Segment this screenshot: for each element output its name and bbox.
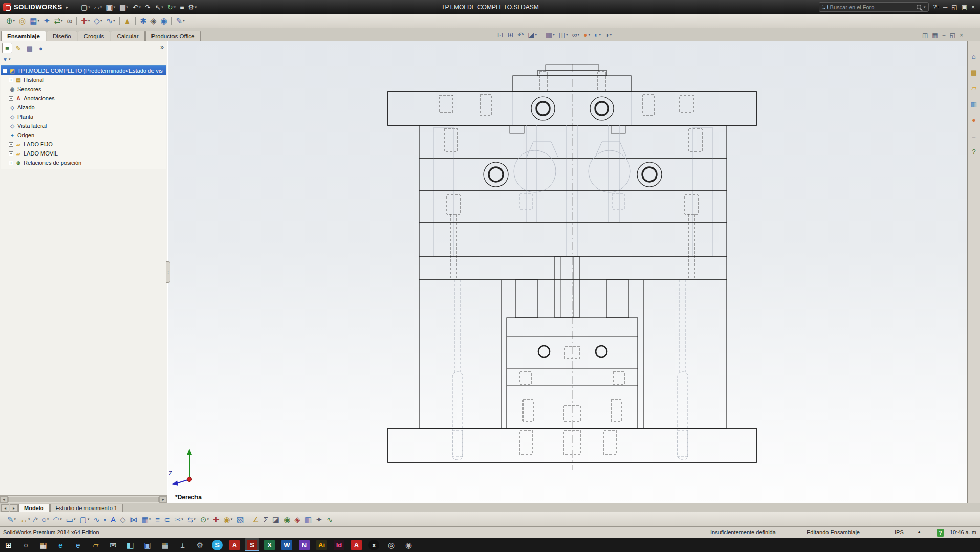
tab-diseno[interactable]: Diseño: [47, 31, 77, 41]
graphics-viewport[interactable]: Z *Derecha: [168, 41, 967, 503]
start-button[interactable]: ⊞: [1, 538, 16, 551]
filter-caret-icon[interactable]: ▾: [9, 57, 11, 61]
illustrator-icon[interactable]: Ai: [314, 538, 329, 551]
reference-geometry-icon[interactable]: ◇ ▾: [92, 15, 104, 27]
file-explorer-icon[interactable]: ▱: [88, 538, 103, 551]
large-design-review-icon[interactable]: ◉: [159, 15, 169, 27]
point-icon[interactable]: •: [102, 514, 108, 525]
edit-appearance-icon[interactable]: ● ▾: [581, 29, 592, 40]
panel-splitter-handle[interactable]: ⁞: [166, 261, 170, 283]
panel-flyout-icon[interactable]: »: [160, 43, 164, 51]
maximize-icon[interactable]: ▣: [960, 2, 969, 13]
units-selector[interactable]: IPS: [895, 529, 904, 535]
tab-ensamblaje[interactable]: Ensamblaje: [1, 31, 46, 41]
tree-item-alzado[interactable]: ◇ Alzado: [1, 103, 166, 112]
curvature-icon[interactable]: ∿: [324, 514, 335, 525]
tree-item-lado-fijo[interactable]: + ▱ LADO FIJO: [1, 140, 166, 149]
hide-show-items-icon[interactable]: ∞ ▾: [570, 29, 581, 40]
tree-item-planta[interactable]: ◇ Planta: [1, 112, 166, 121]
tree-item-relaciones-de-posicion[interactable]: + ⊚ Relaciones de posición: [1, 158, 166, 167]
show-hidden-components-icon[interactable]: ∞: [65, 15, 75, 27]
circle-icon[interactable]: ○ ▾: [40, 514, 51, 525]
tab-calcular[interactable]: Calcular: [111, 31, 144, 41]
solidworks-resources-icon[interactable]: ⌂: [970, 51, 978, 62]
adobe-reader-icon[interactable]: A: [227, 538, 242, 551]
close-window-icon[interactable]: ×: [957, 30, 965, 41]
search-icon[interactable]: [917, 5, 921, 9]
file-explorer-icon[interactable]: ▱: [969, 82, 978, 94]
previous-view-icon[interactable]: ↶: [515, 29, 526, 40]
minimize-icon[interactable]: ─: [941, 2, 950, 13]
curves-icon[interactable]: ∿ ▾: [104, 15, 117, 27]
tab-croquis[interactable]: Croquis: [78, 31, 111, 41]
tree-item-root[interactable]: − ◩ TPT.MOLDE COMPLETO (Predeterminado<E…: [1, 66, 166, 75]
quick-snaps-icon[interactable]: ◉ ▾: [222, 514, 235, 525]
calculator-icon[interactable]: ±: [175, 538, 190, 551]
section-view-icon[interactable]: ◪ ▾: [526, 29, 539, 40]
viewport-grid-icon[interactable]: ▦: [930, 30, 940, 41]
file-properties-icon[interactable]: ≡: [178, 2, 186, 13]
restore-icon[interactable]: ◱: [949, 2, 959, 13]
tree-item-lado-movil[interactable]: + ▱ LADO MOVIL: [1, 149, 166, 158]
tree-item-anotaciones[interactable]: + A Anotaciones: [1, 94, 166, 103]
motion-study-tab[interactable]: Estudio de movimiento 1: [50, 504, 123, 512]
view-palette-icon[interactable]: ▦: [969, 98, 979, 109]
instant3d-icon[interactable]: ▲: [122, 15, 134, 27]
zoom-to-area-icon[interactable]: ⊞: [506, 29, 516, 40]
section-properties-icon[interactable]: ◪: [270, 514, 281, 525]
offset-entities-icon[interactable]: ≡: [153, 514, 162, 525]
appearances-icon[interactable]: ●: [970, 114, 978, 125]
viewport-split-icon[interactable]: ◫: [920, 30, 930, 41]
plane-icon[interactable]: ◇: [118, 514, 128, 525]
tree-item-origen[interactable]: + Origen: [1, 130, 166, 140]
sketch-toggle-icon[interactable]: ✎ ▾: [174, 15, 187, 27]
measure-icon[interactable]: ∠: [250, 514, 261, 525]
help-icon[interactable]: ? ▾: [931, 2, 941, 13]
displaymanager-tab-icon[interactable]: ●: [36, 43, 46, 53]
propertymanager-tab-icon[interactable]: ✎: [13, 43, 24, 53]
insert-components-icon[interactable]: ⊕ ▾: [4, 15, 17, 27]
tree-item-sensores[interactable]: ◉ Sensores: [1, 84, 166, 94]
select-icon[interactable]: ↖ ▾: [153, 2, 165, 13]
scrollbar-thumb[interactable]: [8, 497, 159, 502]
tab-scroll-right-icon[interactable]: ▸: [10, 504, 18, 512]
tree-item-historial[interactable]: + ▤ Historial: [1, 75, 166, 84]
new-document-icon[interactable]: ▢ ▾: [79, 2, 92, 13]
indesign-icon[interactable]: Id: [332, 538, 346, 551]
model-tab[interactable]: Modelo: [18, 504, 50, 512]
xbox-icon[interactable]: x: [366, 538, 381, 551]
scroll-left-arrow-icon[interactable]: ◂: [0, 496, 8, 503]
store-icon[interactable]: ◧: [123, 538, 138, 551]
steam-icon[interactable]: ◉: [401, 538, 416, 551]
performance-evaluation-icon[interactable]: ✦: [314, 514, 324, 525]
linear-component-pattern-icon[interactable]: ▦ ▾: [28, 15, 41, 27]
smart-dimension-icon[interactable]: ↔ ▾: [18, 514, 32, 525]
open-icon[interactable]: ▱ ▾: [92, 2, 104, 13]
trim-entities-icon[interactable]: ✂ ▾: [172, 514, 185, 525]
display-style-icon[interactable]: ◫ ▾: [557, 29, 570, 40]
mirror-entities-icon[interactable]: ⋈: [128, 514, 140, 525]
search-caret-icon[interactable]: ▾: [924, 5, 926, 9]
settings-icon[interactable]: ⚙: [192, 538, 207, 551]
configurationmanager-tab-icon[interactable]: ▤: [25, 43, 35, 53]
rectangle-icon[interactable]: ▭ ▾: [64, 514, 78, 525]
assembly-features-icon[interactable]: ✚ ▾: [79, 15, 92, 27]
spline-icon[interactable]: ∿: [91, 514, 102, 525]
tab-productos-office[interactable]: Productos Office: [145, 31, 201, 41]
filter-icon[interactable]: ▼: [3, 57, 8, 62]
rebuild-icon[interactable]: ↻ ▾: [165, 2, 178, 13]
acrobat-icon[interactable]: A: [349, 538, 364, 551]
custom-properties-icon[interactable]: ≡: [970, 130, 978, 141]
onenote-icon[interactable]: N: [297, 538, 312, 551]
undo-icon[interactable]: ↶ ▾: [130, 2, 143, 13]
print-icon[interactable]: ▤ ▾: [117, 2, 130, 13]
view-settings-icon[interactable]: ◑ ▾: [603, 29, 614, 40]
mass-properties-icon[interactable]: Σ: [262, 514, 270, 525]
calendar-icon[interactable]: ▦: [158, 538, 172, 551]
interference-detection-icon[interactable]: ◈: [292, 514, 302, 525]
menu-expand-arrow-icon[interactable]: ▸: [66, 5, 69, 10]
view-orientation-icon[interactable]: ▦ ▾: [543, 29, 557, 40]
units-caret-icon[interactable]: ▴: [918, 529, 920, 534]
text-icon[interactable]: A: [108, 514, 118, 525]
solidworks-icon[interactable]: S: [245, 538, 259, 551]
